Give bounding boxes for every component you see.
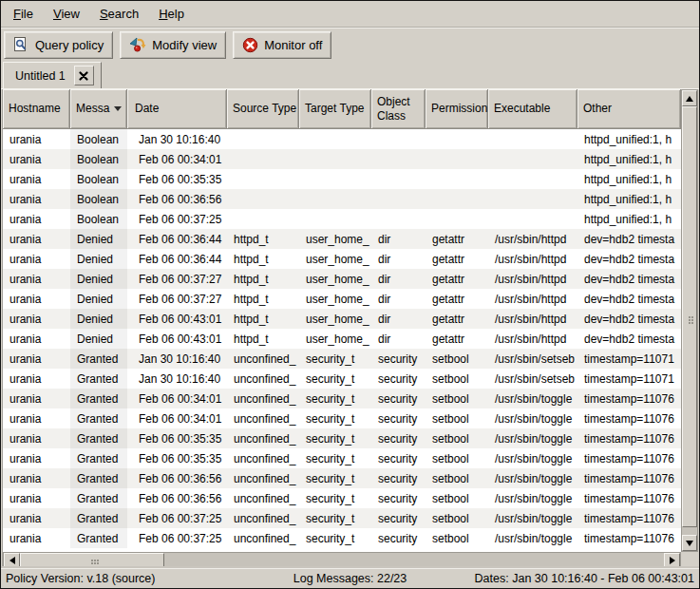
cell-permission: setbool — [426, 408, 488, 428]
table-row[interactable]: uraniaBooleanJan 30 10:16:40httpd_unifie… — [3, 129, 681, 149]
status-bar: Policy Version: v.18 (source) Log Messag… — [1, 568, 699, 588]
table-row[interactable]: uraniaGrantedJan 30 10:16:40unconfined_s… — [3, 369, 681, 389]
cell-hostname: urania — [3, 468, 70, 488]
cell-other: timestamp=11076 — [577, 488, 681, 508]
tab-untitled-1[interactable]: Untitled 1 — [3, 62, 102, 88]
header-other[interactable]: Other — [577, 89, 681, 129]
cell-other: dev=hdb2 timesta — [577, 269, 681, 289]
table-row[interactable]: uraniaBooleanFeb 06 00:37:25httpd_unifie… — [3, 209, 681, 229]
cell-message: Boolean — [70, 169, 127, 189]
menu-item-help[interactable]: Help — [159, 7, 184, 21]
scroll-right-button[interactable] — [664, 553, 680, 567]
cell-message: Boolean — [70, 149, 127, 169]
cell-target-type: security_t — [299, 528, 371, 548]
table-row[interactable]: uraniaGrantedFeb 06 00:35:35unconfined_s… — [3, 428, 681, 448]
cell-date: Feb 06 00:34:01 — [127, 408, 227, 428]
table-row[interactable]: uraniaGrantedFeb 06 00:34:01unconfined_s… — [3, 389, 681, 408]
cell-source-type: unconfined_ — [227, 528, 299, 548]
tab-close-button[interactable] — [74, 66, 94, 86]
cell-source-type: unconfined_ — [227, 428, 299, 448]
header-executable[interactable]: Executable — [488, 89, 577, 129]
header-hostname[interactable]: Hostname — [3, 89, 70, 129]
cell-target-type: security_t — [299, 408, 371, 428]
table-row[interactable]: uraniaGrantedFeb 06 00:34:01unconfined_s… — [3, 408, 681, 428]
table-row[interactable]: uraniaGrantedFeb 06 00:36:56unconfined_s… — [3, 468, 681, 488]
cell-target-type: user_home_ — [299, 229, 371, 249]
cell-date: Feb 06 00:34:01 — [127, 389, 227, 408]
table-row[interactable]: uraniaDeniedFeb 06 00:36:44httpd_tuser_h… — [3, 249, 681, 269]
query-policy-label: Query policy — [35, 38, 104, 52]
cell-other: timestamp=11071 — [577, 349, 681, 369]
table-row[interactable]: uraniaDeniedFeb 06 00:37:27httpd_tuser_h… — [3, 269, 681, 289]
table-row[interactable]: uraniaBooleanFeb 06 00:35:35httpd_unifie… — [3, 169, 681, 189]
header-date[interactable]: Date — [127, 89, 227, 129]
cell-target-type — [299, 169, 371, 189]
close-icon — [79, 71, 88, 81]
horizontal-scroll-trough[interactable] — [164, 553, 664, 567]
table-row[interactable]: uraniaBooleanFeb 06 00:36:56httpd_unifie… — [3, 189, 681, 209]
cell-object-class — [371, 129, 426, 149]
vertical-scroll-thumb[interactable] — [682, 106, 697, 527]
modify-view-button[interactable]: Modify view — [120, 31, 226, 59]
cell-object-class — [371, 209, 426, 229]
cell-other: timestamp=11076 — [577, 448, 681, 468]
cell-permission: getattr — [426, 269, 488, 289]
table-row[interactable]: uraniaDeniedFeb 06 00:37:27httpd_tuser_h… — [3, 289, 681, 309]
monitor-off-icon — [242, 37, 258, 53]
menu-item-search[interactable]: Search — [100, 7, 139, 21]
header-object-class[interactable]: Object Class — [371, 89, 426, 129]
vertical-scrollbar[interactable] — [681, 89, 698, 552]
cell-message: Boolean — [70, 129, 127, 149]
cell-source-type — [227, 209, 299, 229]
cell-target-type — [299, 149, 371, 169]
sort-descending-icon — [114, 106, 122, 111]
cell-executable: /usr/sbin/setseb — [488, 349, 577, 369]
header-message[interactable]: Messa — [70, 89, 127, 129]
cell-permission: setbool — [426, 448, 488, 468]
cell-target-type: security_t — [299, 428, 371, 448]
modify-view-label: Modify view — [152, 38, 217, 52]
cell-object-class: dir — [371, 269, 426, 289]
cell-permission: setbool — [426, 389, 488, 408]
header-source-type[interactable]: Source Type — [227, 89, 299, 129]
header-permission[interactable]: Permission — [426, 89, 488, 129]
cell-target-type: security_t — [299, 488, 371, 508]
table-row[interactable]: uraniaBooleanFeb 06 00:34:01httpd_unifie… — [3, 149, 681, 169]
header-target-type[interactable]: Target Type — [299, 89, 371, 129]
menu-item-file[interactable]: File — [13, 7, 33, 21]
cell-other: httpd_unified:1, h — [577, 129, 681, 149]
vertical-scroll-trough[interactable] — [682, 527, 697, 535]
cell-object-class: security — [371, 528, 426, 548]
cell-other: timestamp=11076 — [577, 389, 681, 408]
table-row[interactable]: uraniaDeniedFeb 06 00:43:01httpd_tuser_h… — [3, 309, 681, 329]
scroll-up-button[interactable] — [682, 90, 697, 106]
cell-message: Granted — [70, 528, 127, 548]
table-row[interactable]: uraniaGrantedFeb 06 00:37:25unconfined_s… — [3, 528, 681, 548]
monitor-off-button[interactable]: Monitor off — [233, 31, 331, 59]
cell-target-type — [299, 129, 371, 149]
cell-date: Feb 06 00:43:01 — [127, 309, 227, 329]
scroll-down-button[interactable] — [682, 535, 697, 551]
horizontal-scroll-thumb[interactable] — [20, 553, 164, 567]
menu-item-view[interactable]: View — [53, 7, 80, 21]
cell-message: Granted — [70, 349, 127, 369]
table-row[interactable]: uraniaGrantedJan 30 10:16:40unconfined_s… — [3, 349, 681, 369]
table-row[interactable]: uraniaGrantedFeb 06 00:37:25unconfined_s… — [3, 508, 681, 528]
cell-permission: setbool — [426, 468, 488, 488]
cell-hostname: urania — [3, 428, 70, 448]
cell-object-class: security — [371, 468, 426, 488]
horizontal-scrollbar[interactable] — [3, 552, 681, 568]
cell-executable — [488, 189, 577, 209]
magnifier-document-icon — [13, 37, 29, 53]
query-policy-button[interactable]: Query policy — [4, 31, 113, 59]
table-row[interactable]: uraniaDeniedFeb 06 00:36:44httpd_tuser_h… — [3, 229, 681, 249]
scroll-left-button[interactable] — [4, 553, 20, 567]
table-row[interactable]: uraniaGrantedFeb 06 00:36:56unconfined_s… — [3, 488, 681, 508]
table-row[interactable]: uraniaGrantedFeb 06 00:35:35unconfined_s… — [3, 448, 681, 468]
cell-object-class: dir — [371, 229, 426, 249]
cell-message: Denied — [70, 289, 127, 309]
cell-target-type: user_home_ — [299, 329, 371, 349]
cell-message: Granted — [70, 428, 127, 448]
cell-hostname: urania — [3, 488, 70, 508]
table-row[interactable]: uraniaDeniedFeb 06 00:43:01httpd_tuser_h… — [3, 329, 681, 349]
